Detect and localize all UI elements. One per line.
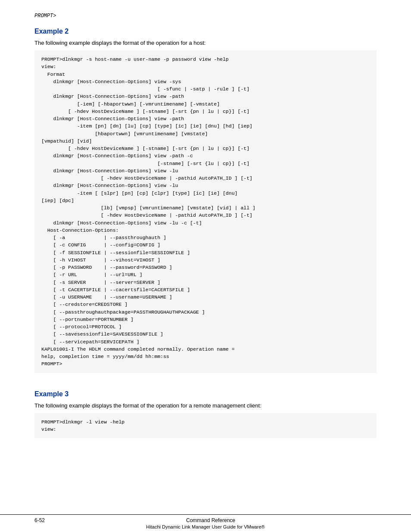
example2-desc: The following example displays the forma… [34, 40, 377, 46]
example2-code: PROMPT>dlnkmgr -s host-name -u user-name… [34, 50, 377, 373]
example3-code: PROMPT>dlnkmgr -l view -help view: [34, 413, 377, 439]
footer-page: 6-52 [34, 517, 45, 523]
footer-center: Command Reference [186, 517, 235, 523]
example2-section: Example 2 The following example displays… [34, 28, 377, 383]
footer-line1: 6-52 Command Reference [34, 517, 377, 523]
example2-title: Example 2 [34, 28, 377, 35]
page: PROMPT> Example 2 The following example … [0, 0, 411, 532]
prompt-text: PROMPT> [34, 13, 56, 19]
footer-bottom: Hitachi Dynamic Link Manager User Guide … [146, 524, 265, 529]
example3-title: Example 3 [34, 390, 377, 398]
example3-desc: The following example displays the forma… [34, 402, 377, 409]
example3-section: Example 3 The following example displays… [34, 390, 377, 449]
top-prompt: PROMPT> [34, 13, 377, 19]
footer: 6-52 Command Reference Hitachi Dynamic L… [0, 514, 411, 532]
